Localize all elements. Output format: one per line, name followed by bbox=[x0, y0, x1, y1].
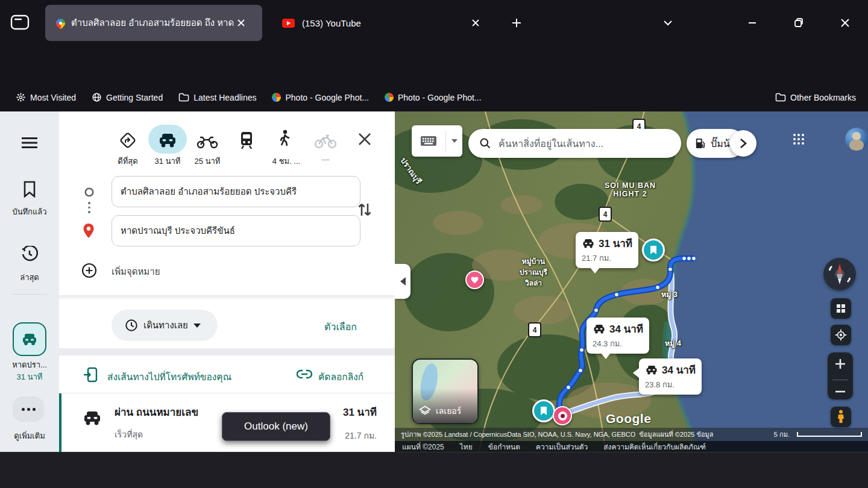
chevron-down-icon bbox=[193, 324, 201, 328]
mode-bike-label[interactable]: — bbox=[322, 155, 330, 164]
keyboard-input-control[interactable] bbox=[412, 125, 462, 157]
bookmark-google-photos-2[interactable]: Photo - Google Phot... bbox=[385, 93, 482, 102]
terms-link[interactable]: ข้อกำหนด bbox=[488, 441, 520, 452]
rail-trip-chip[interactable] bbox=[13, 322, 46, 356]
new-tab-button[interactable] bbox=[505, 11, 529, 35]
scale-label: 5 กม. bbox=[774, 429, 790, 440]
mode-best-label[interactable]: ดีที่สุด bbox=[118, 155, 137, 167]
route-bubble-main[interactable]: 31 นาที 21.7 กม. bbox=[576, 232, 638, 268]
highway-shield: 4 bbox=[528, 322, 541, 337]
maps-menu-icon[interactable] bbox=[21, 137, 38, 149]
google-photos-icon bbox=[272, 93, 281, 102]
layers-chip[interactable]: เลเยอร์ bbox=[412, 358, 479, 424]
best-route-mode-icon[interactable] bbox=[118, 131, 137, 150]
bike-mode-icon[interactable] bbox=[314, 133, 337, 149]
recent-icon[interactable] bbox=[21, 246, 38, 263]
bubble-distance: 24.3 กม. bbox=[593, 337, 643, 350]
bookmark-label: Other Bookmarks bbox=[790, 93, 856, 102]
origin-point-marker[interactable] bbox=[553, 406, 572, 425]
chips-scroll-next-button[interactable] bbox=[730, 130, 756, 157]
mode-motorcycle-label[interactable]: 25 นาที bbox=[195, 155, 221, 167]
map-tiles-icon[interactable] bbox=[831, 298, 851, 319]
depart-time-button[interactable]: เดินทางเลย bbox=[112, 310, 218, 341]
copy-link-label[interactable]: คัดลอกลิงก์ bbox=[318, 369, 363, 384]
rail-recent-label[interactable]: ล่าสุด bbox=[0, 271, 59, 284]
restore-window-button[interactable] bbox=[787, 11, 811, 35]
bookmark-label: Getting Started bbox=[106, 93, 163, 102]
my-location-icon[interactable] bbox=[831, 325, 851, 345]
rail-more-button[interactable] bbox=[13, 396, 44, 422]
collapse-panel-button[interactable] bbox=[395, 264, 410, 299]
add-destination-icon[interactable] bbox=[81, 263, 97, 278]
feedback-link[interactable]: ส่งความคิดเห็นเกี่ยวกับผลิตภัณฑ์ bbox=[603, 441, 706, 452]
hairline-divider bbox=[59, 393, 395, 393]
bookmark-label: Latest Headlines bbox=[193, 93, 256, 102]
add-destination-label[interactable]: เพิ่มจุดหมาย bbox=[112, 264, 160, 279]
rail-saved-label[interactable]: บันทึกแล้ว bbox=[0, 205, 59, 218]
tab-close-icon[interactable] bbox=[236, 18, 246, 28]
tab-title: (153) YouTube bbox=[302, 18, 471, 28]
search-placeholder: ค้นหาสิ่งที่อยู่ในเส้นทาง... bbox=[498, 136, 603, 151]
bookmark-latest-headlines[interactable]: Latest Headlines bbox=[178, 93, 256, 102]
tab-google-maps[interactable]: ตำบลศิลาลอย อำเภอสามร้อยยอด ถึง หาดป bbox=[45, 5, 262, 41]
zoom-out-icon[interactable] bbox=[835, 390, 846, 393]
zoom-in-icon[interactable] bbox=[835, 358, 846, 369]
firefox-view-button[interactable] bbox=[10, 13, 30, 31]
privacy-link[interactable]: ความเป็นส่วนตัว bbox=[536, 441, 588, 452]
pegman-icon[interactable] bbox=[831, 407, 851, 427]
saved-icon[interactable] bbox=[22, 181, 37, 198]
drive-mode-icon[interactable] bbox=[159, 132, 177, 148]
route-bubble-alt2[interactable]: 34 นาที 23.8 กม. bbox=[639, 358, 702, 395]
bookmark-label: Most Visited bbox=[30, 93, 76, 102]
origin-input[interactable]: ตำบลศิลาลอย อำเภอสามร้อยยอด ประจวบคีรี bbox=[112, 176, 360, 207]
search-along-route-input[interactable]: ค้นหาสิ่งที่อยู่ในเส้นทาง... bbox=[468, 129, 681, 158]
bubble-time: 34 นาที bbox=[662, 361, 696, 378]
transit-mode-icon[interactable] bbox=[238, 131, 255, 150]
bubble-time: 34 นาที bbox=[609, 321, 643, 337]
send-to-phone-label[interactable]: ส่งเส้นทางไปที่โทรศัพท์ของคุณ bbox=[107, 369, 231, 384]
route-bubble-alt1[interactable]: 34 นาที 24.3 กม. bbox=[587, 318, 649, 354]
tab-close-icon[interactable] bbox=[471, 18, 480, 28]
tab-youtube[interactable]: (153) YouTube bbox=[271, 5, 500, 41]
other-bookmarks[interactable]: Other Bookmarks bbox=[775, 93, 856, 102]
mode-drive-label[interactable]: 31 นาที bbox=[155, 155, 181, 167]
bookmark-google-photos-1[interactable]: Photo - Google Phot... bbox=[272, 93, 369, 102]
close-directions-icon[interactable] bbox=[357, 131, 373, 147]
rail-trip-name[interactable]: หาดปรา... bbox=[0, 358, 59, 371]
destination-input[interactable]: หาดปราณบุรี ประจวบคีรีขันธ์ bbox=[112, 215, 360, 246]
avatar[interactable] bbox=[845, 128, 868, 151]
list-all-tabs-button[interactable] bbox=[656, 11, 680, 35]
folder-icon bbox=[775, 93, 786, 102]
destination-saved-marker[interactable] bbox=[642, 239, 665, 261]
favorite-heart-marker[interactable] bbox=[465, 271, 484, 289]
screen: ตำบลศิลาลอย อำเภอสามร้อยยอด ถึง หาดป (15… bbox=[0, 0, 868, 488]
bubble-time: 31 นาที bbox=[599, 235, 632, 251]
motorcycle-mode-icon[interactable] bbox=[197, 134, 218, 149]
keyboard-icon[interactable] bbox=[412, 136, 445, 146]
gear-icon bbox=[16, 92, 26, 102]
swap-locations-icon[interactable] bbox=[357, 201, 373, 219]
imagery-credit: รูปภาพ ©2025 Landsat / CopernicusData SI… bbox=[401, 429, 635, 440]
search-icon[interactable] bbox=[479, 137, 491, 149]
bubble-distance: 21.7 กม. bbox=[582, 252, 632, 264]
options-link[interactable]: ตัวเลือก bbox=[324, 319, 357, 334]
send-to-phone-icon[interactable] bbox=[83, 367, 98, 383]
mode-walk-label[interactable]: 4 ชม. ... bbox=[272, 155, 300, 167]
rail-more-label[interactable]: ดูเพิ่มเติม bbox=[0, 430, 59, 442]
copy-link-icon[interactable] bbox=[297, 369, 312, 379]
rail-divider bbox=[12, 294, 47, 295]
map-canvas[interactable]: ปราณบุรี SOI MU BAN HIGHT 2 หมู่บ้านปราณ… bbox=[395, 111, 868, 452]
keyboard-dropdown-icon[interactable] bbox=[446, 139, 462, 143]
walk-mode-icon[interactable] bbox=[278, 130, 291, 150]
depart-now-label: เดินทางเลย bbox=[143, 318, 188, 333]
compass-control[interactable] bbox=[823, 258, 856, 290]
country-link[interactable]: ไทย bbox=[460, 441, 473, 452]
google-apps-grid-icon[interactable] bbox=[793, 133, 805, 145]
bookmark-most-visited[interactable]: Most Visited bbox=[16, 92, 76, 102]
bookmark-label: Photo - Google Phot... bbox=[398, 93, 482, 102]
minimize-button[interactable] bbox=[740, 11, 764, 35]
maps-left-rail: บันทึกแล้ว ล่าสุด หาดปรา... 31 นาที ดูเพ… bbox=[0, 111, 59, 452]
close-window-button[interactable] bbox=[833, 11, 857, 35]
bookmark-getting-started[interactable]: Getting Started bbox=[92, 92, 163, 102]
origin-saved-marker[interactable] bbox=[532, 399, 555, 422]
